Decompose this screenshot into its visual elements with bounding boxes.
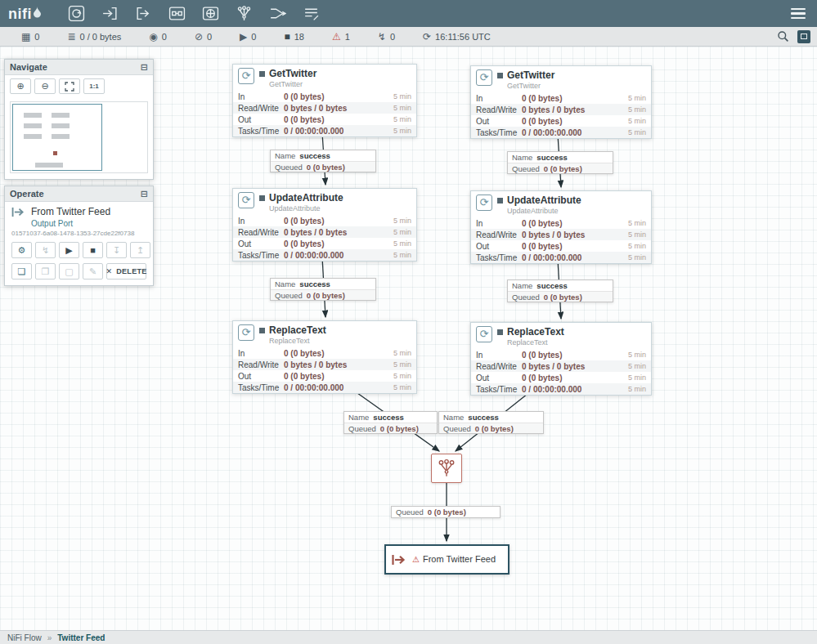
- minimap[interactable]: [10, 101, 148, 173]
- queued-label[interactable]: Queued 0 (0 bytes): [391, 506, 501, 518]
- upload-template-button[interactable]: [130, 242, 150, 258]
- delete-button[interactable]: DELETE: [106, 263, 146, 280]
- stopped-state-icon: [497, 73, 503, 78]
- output-port-node[interactable]: From Twitter Feed: [384, 544, 510, 575]
- navigate-title: Navigate: [10, 62, 47, 72]
- panel-toggle-icon[interactable]: [797, 30, 810, 43]
- queued-value: 0 (0 bytes): [428, 508, 466, 517]
- zoom-fit-icon: [65, 82, 74, 92]
- connection-label[interactable]: Name success Queued 0 (0 bytes): [507, 280, 613, 302]
- connection-name-key: Name: [348, 413, 369, 422]
- stat-row-out: Out 0 (0 bytes) 5 min: [233, 114, 416, 125]
- template-upload-icon: [137, 245, 144, 256]
- stat-row-out: Out 0 (0 bytes) 5 min: [471, 115, 651, 127]
- processor-type-icon: [238, 192, 254, 208]
- stat-row-in: In 0 (0 bytes) 5 min: [233, 215, 416, 226]
- collapse-operate-icon[interactable]: [141, 189, 148, 199]
- stopped-status: 18: [284, 32, 304, 42]
- processor-type: UpdateAttribute: [269, 204, 343, 212]
- collapse-navigate-icon[interactable]: [141, 62, 148, 73]
- global-menu-icon[interactable]: [788, 5, 809, 23]
- stat-row-readwrite: Read/Write 0 bytes / 0 bytes 5 min: [233, 102, 416, 114]
- stat-window: 5 min: [628, 242, 646, 250]
- connection-label[interactable]: Name success Queued 0 (0 bytes): [438, 411, 544, 434]
- queued-icon: [67, 32, 75, 42]
- processor-node[interactable]: UpdateAttribute UpdateAttribute In 0 (0 …: [470, 190, 652, 264]
- input-port-icon[interactable]: [100, 5, 119, 23]
- operate-panel: Operate From Twitter Feed Output Port 01…: [4, 186, 154, 286]
- processor-type-icon: [238, 68, 254, 84]
- start-button[interactable]: [59, 242, 79, 258]
- stat-row-in: In 0 (0 bytes) 5 min: [471, 349, 651, 360]
- zoom-actual-label: 1:1: [89, 83, 99, 90]
- transmitting-icon: [149, 32, 157, 42]
- connection-name-key: Name: [275, 151, 295, 160]
- connection-queued-value: 0 (0 bytes): [544, 293, 582, 302]
- remote-process-group-icon[interactable]: [200, 5, 220, 23]
- stat-row-out: Out 0 (0 bytes) 5 min: [233, 238, 416, 249]
- paste-button[interactable]: [35, 263, 56, 280]
- stat-window: 5 min: [628, 253, 646, 262]
- stat-value: 0 (0 bytes): [284, 372, 324, 381]
- fill-color-icon: [89, 266, 97, 277]
- group-button[interactable]: [59, 263, 79, 280]
- zoom-in-button[interactable]: [10, 78, 31, 94]
- zoom-out-icon: [41, 81, 48, 92]
- minimap-node: [24, 134, 42, 139]
- stat-row-readwrite: Read/Write 0 bytes / 0 bytes 5 min: [471, 104, 651, 115]
- fill-color-button[interactable]: [83, 263, 103, 280]
- nifi-app: nifi: [0, 0, 817, 644]
- processor-node[interactable]: ReplaceText ReplaceText In 0 (0 bytes) 5…: [470, 322, 652, 396]
- search-icon[interactable]: [777, 30, 789, 42]
- process-group-icon[interactable]: [167, 5, 186, 23]
- processor-node[interactable]: GetTwitter GetTwitter In 0 (0 bytes) 5 m…: [232, 64, 417, 137]
- stop-button[interactable]: [83, 242, 103, 258]
- stat-label: Tasks/Time: [238, 251, 284, 260]
- stat-label: Out: [238, 115, 284, 124]
- processor-node[interactable]: ReplaceText ReplaceText In 0 (0 bytes) 5…: [232, 320, 417, 394]
- flow-canvas[interactable]: GetTwitter GetTwitter In 0 (0 bytes) 5 m…: [0, 47, 817, 630]
- breadcrumb-root[interactable]: NiFi Flow: [7, 633, 42, 642]
- processor-header: UpdateAttribute UpdateAttribute: [471, 191, 651, 217]
- stat-window: 5 min: [628, 373, 646, 382]
- processor-name: GetTwitter: [269, 68, 316, 79]
- component-toolbar: [66, 5, 321, 23]
- configure-button[interactable]: [11, 242, 32, 258]
- running-count: 0: [251, 32, 256, 42]
- stat-window: 5 min: [393, 383, 411, 391]
- label-icon[interactable]: [301, 5, 321, 23]
- stat-label: Tasks/Time: [476, 128, 522, 137]
- create-template-button[interactable]: [106, 242, 127, 258]
- connection-label[interactable]: Name success Queued 0 (0 bytes): [270, 150, 376, 172]
- funnel-toolbar-icon[interactable]: [234, 5, 254, 23]
- stat-label: Read/Write: [476, 230, 522, 239]
- delete-label: DELETE: [116, 267, 146, 275]
- processor-node[interactable]: GetTwitter GetTwitter In 0 (0 bytes) 5 m…: [470, 65, 652, 139]
- zoom-fit-button[interactable]: [59, 78, 80, 94]
- refresh-status[interactable]: 16:11:56 UTC: [423, 32, 491, 42]
- copy-button[interactable]: [11, 263, 32, 280]
- connection-name-value: success: [536, 281, 568, 290]
- zoom-out-button[interactable]: [34, 78, 56, 94]
- connection-label[interactable]: Name success Queued 0 (0 bytes): [507, 151, 613, 174]
- enable-button[interactable]: [35, 242, 56, 258]
- threads-icon: [21, 32, 30, 42]
- output-port-toolbar-icon[interactable]: [133, 5, 153, 23]
- funnel-node[interactable]: [431, 454, 462, 483]
- connection-name-value: success: [299, 280, 330, 288]
- template-icon[interactable]: [267, 5, 287, 23]
- processor-type-icon: [476, 326, 492, 342]
- breadcrumb-current[interactable]: Twitter Feed: [57, 633, 105, 642]
- connection-label[interactable]: Name success Queued 0 (0 bytes): [270, 278, 376, 301]
- stopped-state-icon: [259, 71, 265, 77]
- processor-icon[interactable]: [66, 5, 86, 23]
- processor-header: ReplaceText ReplaceText: [233, 321, 416, 347]
- processor-type: GetTwitter: [507, 82, 554, 90]
- connection-label[interactable]: Name success Queued 0 (0 bytes): [343, 411, 438, 434]
- logo-drop-icon: [33, 7, 42, 18]
- not-transmitting-icon: [195, 32, 203, 42]
- processor-type: GetTwitter: [269, 80, 316, 88]
- processor-node[interactable]: UpdateAttribute UpdateAttribute In 0 (0 …: [232, 188, 417, 262]
- zoom-actual-button[interactable]: 1:1: [83, 78, 105, 94]
- transmitting-count: 0: [162, 32, 167, 42]
